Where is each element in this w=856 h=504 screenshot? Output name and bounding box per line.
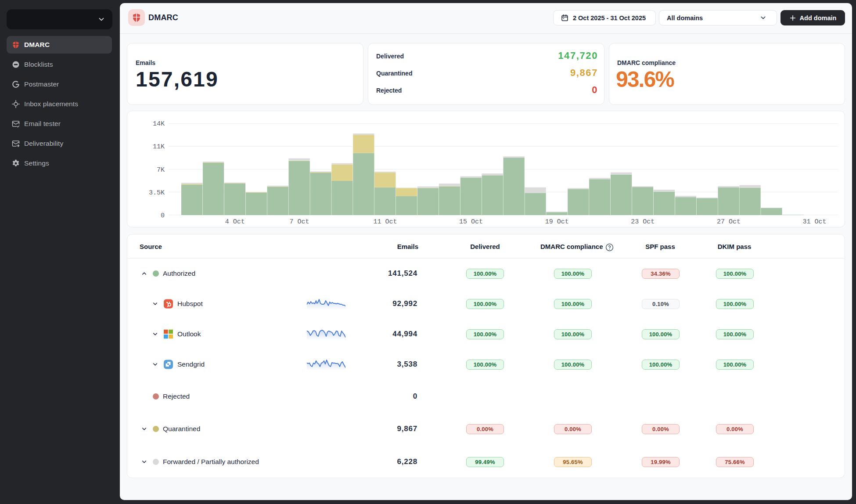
svg-text:3.5K: 3.5K [149,189,165,197]
svg-text:14K: 14K [153,120,165,128]
svg-text:0: 0 [161,212,165,220]
svg-text:7K: 7K [157,166,165,174]
svg-text:11K: 11K [153,143,165,151]
svg-text:4 Oct: 4 Oct [225,218,245,226]
svg-text:31 Oct: 31 Oct [802,218,826,226]
svg-text:27 Oct: 27 Oct [717,218,741,226]
svg-text:19 Oct: 19 Oct [545,218,569,226]
svg-text:7 Oct: 7 Oct [289,218,309,226]
svg-text:15 Oct: 15 Oct [459,218,483,226]
svg-text:11 Oct: 11 Oct [373,218,397,226]
svg-text:23 Oct: 23 Oct [631,218,655,226]
